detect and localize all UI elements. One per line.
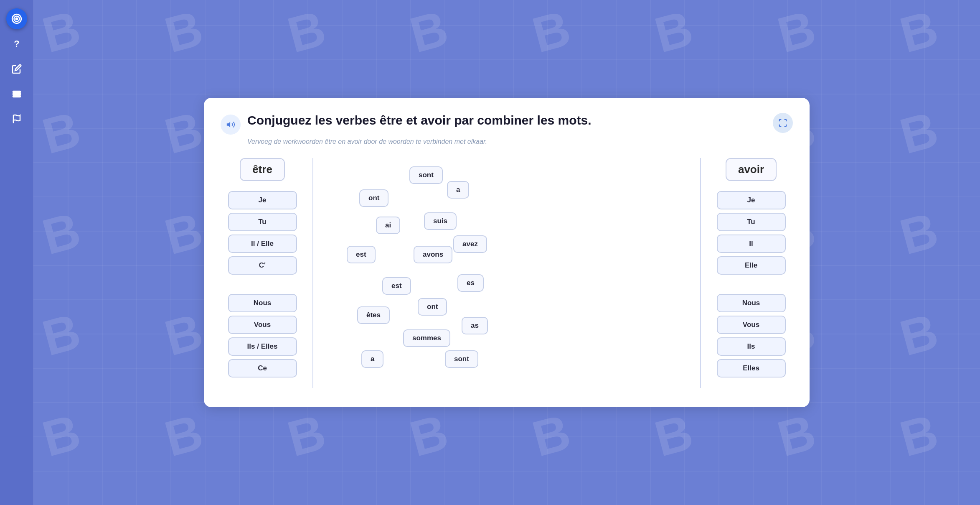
etre-pronouns-top: Je Tu Il / Elle C' — [221, 191, 304, 275]
chip-avez[interactable]: avez — [453, 235, 487, 253]
sidebar-item-target[interactable] — [6, 8, 27, 29]
edit-icon — [12, 64, 22, 74]
question-icon: ? — [14, 38, 19, 49]
svg-rect-5 — [13, 96, 20, 97]
flag-icon — [12, 114, 22, 124]
sidebar-item-question[interactable]: ? — [6, 33, 27, 54]
expand-button[interactable] — [773, 113, 793, 133]
target-icon — [11, 13, 22, 24]
pronoun-ils-right[interactable]: Ils — [717, 337, 786, 356]
pronoun-vous-left[interactable]: Vous — [228, 316, 297, 334]
pronoun-nous-right[interactable]: Nous — [717, 294, 786, 312]
svg-marker-7 — [227, 122, 230, 128]
speaker-icon — [226, 120, 235, 129]
sidebar-item-menu[interactable] — [6, 84, 27, 105]
verb-chips-area: sont ont a ai suis avez est avons est es… — [312, 158, 701, 388]
exercise-header: Conjuguez les verbes être et avoir par c… — [221, 113, 793, 135]
chip-ont-2[interactable]: ont — [418, 298, 447, 316]
pronoun-tu-left[interactable]: Tu — [228, 213, 297, 231]
chip-a-1[interactable]: a — [447, 181, 469, 199]
pronoun-tu-right[interactable]: Tu — [717, 213, 786, 231]
svg-point-2 — [16, 18, 18, 20]
chip-etes[interactable]: êtes — [357, 306, 390, 324]
main-content: Conjuguez les verbes être et avoir par c… — [204, 98, 810, 407]
expand-icon — [778, 118, 787, 128]
pronoun-je-right[interactable]: Je — [717, 191, 786, 209]
avoir-pronouns-top: Je Tu Il Elle — [709, 191, 793, 275]
pronoun-vous-right[interactable]: Vous — [717, 316, 786, 334]
chip-est-1[interactable]: est — [347, 246, 376, 263]
menu-icon — [12, 89, 22, 99]
pronoun-il-right[interactable]: Il — [717, 235, 786, 253]
etre-pronouns-bottom: Nous Vous Ils / Elles Ce — [221, 294, 304, 377]
pronoun-c-left[interactable]: C' — [228, 256, 297, 275]
pronoun-je-left[interactable]: Je — [228, 191, 297, 209]
chip-ai[interactable]: ai — [376, 217, 400, 234]
pronoun-ils-elles-left[interactable]: Ils / Elles — [228, 337, 297, 356]
exercise-subtitle: Vervoeg de werkwoorden être en avoir doo… — [247, 138, 793, 145]
avoir-column: avoir Je Tu Il Elle Nous Vous Ils Elles — [709, 158, 793, 388]
exercise-card: Conjuguez les verbes être et avoir par c… — [204, 98, 810, 407]
chip-sont-2[interactable]: sont — [445, 350, 478, 368]
chip-as[interactable]: as — [462, 317, 488, 334]
exercise-title: Conjuguez les verbes être et avoir par c… — [247, 113, 793, 128]
sidebar: ? — [0, 0, 33, 505]
pronoun-nous-left[interactable]: Nous — [228, 294, 297, 312]
chip-avons[interactable]: avons — [414, 246, 452, 263]
chip-es[interactable]: es — [457, 274, 484, 292]
chip-est-2[interactable]: est — [382, 277, 411, 295]
sidebar-item-edit[interactable] — [6, 59, 27, 79]
svg-rect-3 — [13, 91, 20, 92]
game-area: être Je Tu Il / Elle C' Nous Vous Ils / … — [221, 158, 793, 388]
audio-button[interactable] — [221, 115, 241, 135]
draggable-area: sont ont a ai suis avez est avons est es… — [326, 158, 688, 367]
avoir-verb-header: avoir — [726, 158, 777, 181]
etre-verb-header: être — [240, 158, 285, 181]
chip-suis[interactable]: suis — [424, 212, 457, 230]
etre-column: être Je Tu Il / Elle C' Nous Vous Ils / … — [221, 158, 304, 388]
chip-ont-1[interactable]: ont — [359, 189, 388, 207]
svg-rect-4 — [13, 94, 20, 95]
sidebar-item-flag[interactable] — [6, 109, 27, 130]
avoir-pronouns-bottom: Nous Vous Ils Elles — [709, 294, 793, 377]
pronoun-ce-left[interactable]: Ce — [228, 359, 297, 377]
chip-sont-1[interactable]: sont — [409, 166, 443, 184]
chip-a-2[interactable]: a — [361, 350, 383, 368]
chip-sommes[interactable]: sommes — [403, 329, 450, 347]
pronoun-elle-right[interactable]: Elle — [717, 256, 786, 275]
pronoun-il-elle-left[interactable]: Il / Elle — [228, 235, 297, 253]
pronoun-elles-right[interactable]: Elles — [717, 359, 786, 377]
